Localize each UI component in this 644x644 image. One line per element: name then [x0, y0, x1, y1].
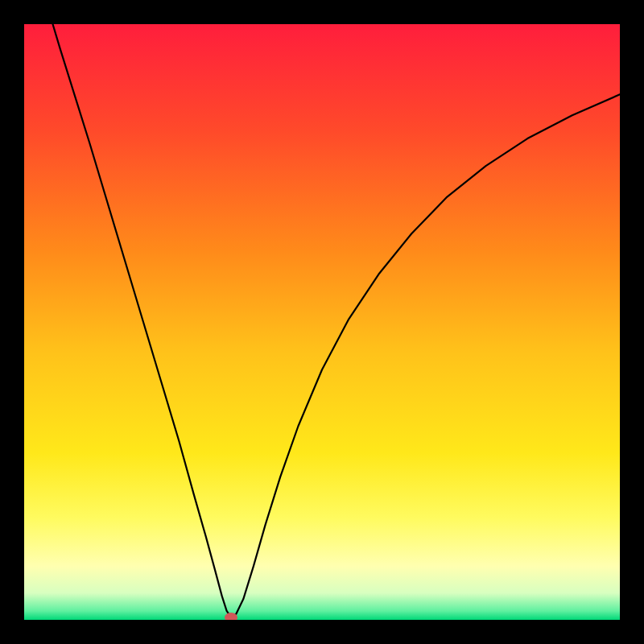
plot-area [24, 24, 620, 620]
bottleneck-curve [53, 24, 620, 617]
curve-layer [24, 24, 620, 620]
watermark-text: TheBottleneck.com [466, 5, 621, 26]
minimum-marker [225, 613, 237, 620]
